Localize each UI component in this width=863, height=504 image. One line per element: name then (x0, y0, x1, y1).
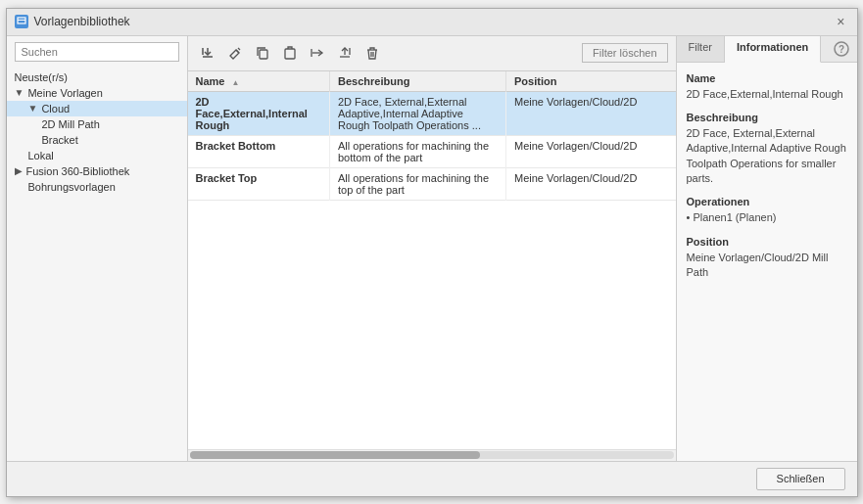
col-header-name[interactable]: Name ▲ (188, 71, 330, 92)
cell-position-1: Meine Vorlagen/Cloud/2D (506, 135, 676, 167)
filter-clear-button[interactable]: Filter löschen (582, 43, 667, 63)
sidebar-item-bracket[interactable]: Bracket (7, 132, 187, 148)
scrollbar-track (190, 451, 674, 459)
toolbar-import-button[interactable] (196, 41, 219, 65)
toolbar-copy-button[interactable] (251, 41, 274, 65)
tree-label-bracket: Bracket (42, 134, 78, 146)
info-value-position: Meine Vorlagen/Cloud/2D Mill Path (687, 251, 847, 281)
cell-position-2: Meine Vorlagen/Cloud/2D (506, 167, 676, 200)
tree-label-fusion-bibliothek: Fusion 360-Bibliothek (26, 165, 130, 177)
info-section-position: PositionMeine Vorlagen/Cloud/2D Mill Pat… (687, 236, 847, 281)
tree-label-neueste: Neuste(r/s) (15, 71, 68, 83)
cell-beschreibung-0: 2D Face, External,External Adaptive,Inte… (330, 91, 506, 135)
search-input[interactable] (15, 42, 179, 62)
col-header-position[interactable]: Position (506, 71, 676, 92)
toolbar-paste-button[interactable] (278, 41, 302, 65)
sidebar-item-lokal[interactable]: Lokal (7, 148, 187, 163)
sort-arrow-name: ▲ (232, 78, 240, 87)
scrollbar-thumb (190, 451, 480, 459)
info-value-beschreibung: 2D Face, External,External Adaptive,Inte… (687, 126, 847, 187)
horizontal-scrollbar[interactable] (188, 449, 676, 461)
main-content: Filter löschen Name ▲ Beschreibung (188, 36, 676, 461)
help-button[interactable]: ? (826, 36, 857, 62)
main-dialog: Vorlagenbibliothek × Neuste(r/s)▼Meine V… (6, 8, 858, 497)
sidebar-item-neueste[interactable]: Neuste(r/s) (7, 69, 187, 85)
tree-label-meine-vorlagen: Meine Vorlagen (27, 87, 102, 99)
search-box (15, 42, 179, 62)
tab-informationen[interactable]: Informationen (725, 36, 821, 63)
tree-label-lokal: Lokal (28, 150, 54, 161)
cell-beschreibung-1: All operations for machining the bottom … (330, 135, 506, 167)
tree-label-bohrungsvorlagen: Bohrungsvorlagen (28, 181, 116, 193)
close-button[interactable]: × (833, 14, 848, 29)
cell-beschreibung-2: All operations for machining the top of … (330, 167, 506, 200)
sidebar: Neuste(r/s)▼Meine Vorlagen▼Cloud2D Mill … (7, 36, 188, 461)
svg-rect-8 (285, 49, 295, 59)
info-tabs: Filter Informationen ? (677, 36, 857, 63)
info-sections-container: Name2D Face,External,Internal RoughBesch… (687, 72, 847, 281)
toolbar-move-button[interactable] (306, 41, 329, 65)
info-section-operationen: Operationen• Planen1 (Planen) (687, 196, 847, 225)
info-panel: Filter Informationen ? Name2D Face,Exter… (676, 36, 857, 461)
data-table: Name ▲ Beschreibung Position 2D (188, 71, 676, 201)
info-value-operationen: • Planen1 (Planen) (687, 210, 847, 225)
dialog-icon (15, 15, 28, 28)
svg-line-5 (236, 50, 239, 53)
info-label-position: Position (687, 236, 847, 248)
dialog-footer: Schließen (7, 461, 857, 496)
cell-name-2: Bracket Top (188, 167, 330, 200)
info-label-operationen: Operationen (687, 196, 847, 207)
info-section-beschreibung: Beschreibung2D Face, External,External A… (687, 112, 847, 187)
toolbar-delete-button[interactable] (360, 41, 384, 65)
info-content: Name2D Face,External,Internal RoughBesch… (677, 63, 857, 461)
sidebar-item-meine-vorlagen[interactable]: ▼Meine Vorlagen (7, 85, 187, 101)
toolbar: Filter löschen (188, 36, 676, 71)
dialog-title: Vorlagenbibliothek (34, 15, 130, 28)
info-value-name: 2D Face,External,Internal Rough (687, 87, 847, 102)
tree-arrow-cloud: ▼ (28, 103, 38, 114)
cell-name-1: Bracket Bottom (188, 135, 330, 167)
table-row[interactable]: 2D Face,External,Internal Rough2D Face, … (188, 91, 676, 135)
sidebar-item-fusion-bibliothek[interactable]: ▶Fusion 360-Bibliothek (7, 163, 187, 179)
tree-container: Neuste(r/s)▼Meine Vorlagen▼Cloud2D Mill … (7, 69, 187, 195)
svg-text:?: ? (838, 44, 843, 55)
tree-label-2d-mill-path: 2D Mill Path (42, 118, 100, 130)
toolbar-export-button[interactable] (333, 41, 357, 65)
table-header-row: Name ▲ Beschreibung Position (188, 71, 676, 92)
cell-position-0: Meine Vorlagen/Cloud/2D (506, 91, 676, 135)
dialog-body: Neuste(r/s)▼Meine Vorlagen▼Cloud2D Mill … (7, 36, 857, 461)
sidebar-item-2d-mill-path[interactable]: 2D Mill Path (7, 116, 187, 132)
info-label-name: Name (687, 72, 847, 84)
tree-arrow-meine-vorlagen: ▼ (15, 87, 24, 98)
svg-line-6 (238, 48, 240, 50)
table-body: 2D Face,External,Internal Rough2D Face, … (188, 91, 676, 200)
close-dialog-button[interactable]: Schließen (756, 468, 845, 490)
info-label-beschreibung: Beschreibung (687, 112, 847, 123)
tree-arrow-fusion-bibliothek: ▶ (15, 165, 23, 176)
sidebar-item-bohrungsvorlagen[interactable]: Bohrungsvorlagen (7, 179, 187, 195)
col-header-beschreibung[interactable]: Beschreibung (330, 71, 506, 92)
table-row[interactable]: Bracket TopAll operations for machining … (188, 167, 676, 200)
cell-name-0: 2D Face,External,Internal Rough (188, 91, 330, 135)
title-bar-left: Vorlagenbibliothek (15, 15, 130, 28)
tab-filter[interactable]: Filter (677, 36, 725, 62)
title-bar: Vorlagenbibliothek × (7, 9, 857, 36)
table-area: Name ▲ Beschreibung Position 2D (188, 71, 676, 449)
svg-rect-7 (260, 50, 267, 59)
info-section-name: Name2D Face,External,Internal Rough (687, 72, 847, 102)
toolbar-edit-button[interactable] (223, 41, 247, 65)
sidebar-item-cloud[interactable]: ▼Cloud (7, 101, 187, 116)
tree-label-cloud: Cloud (41, 103, 70, 115)
table-row[interactable]: Bracket BottomAll operations for machini… (188, 135, 676, 167)
